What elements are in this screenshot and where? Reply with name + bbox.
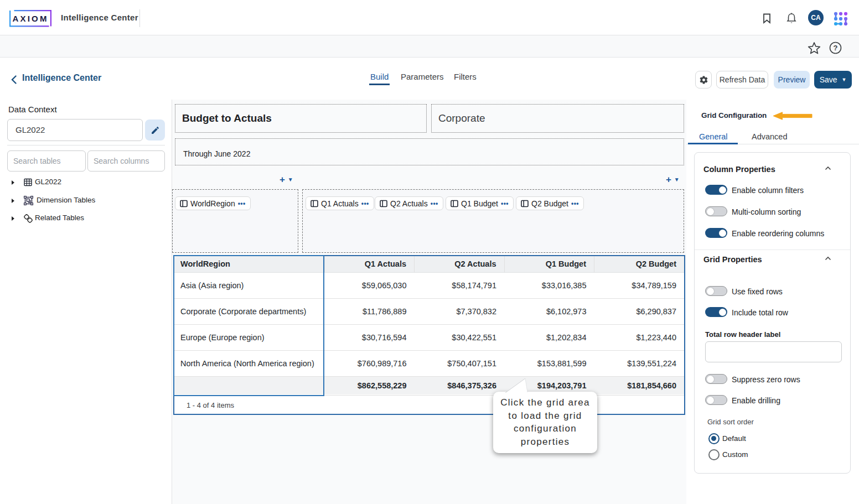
- svg-text:AXIOM: AXIOM: [12, 14, 48, 23]
- svg-text:?: ?: [834, 44, 838, 52]
